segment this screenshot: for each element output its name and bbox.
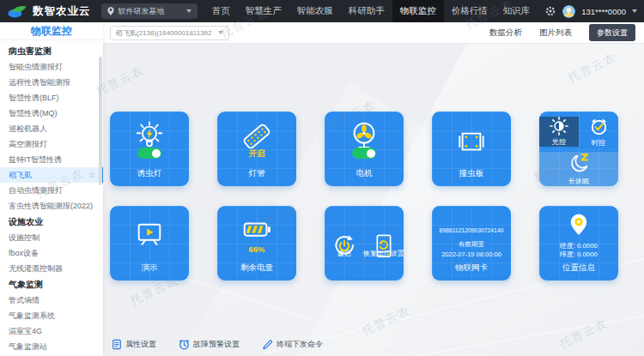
tile-iot-card[interactable]: 89861121209030724140 有效期至 2022-07-19 08:… [432, 206, 511, 281]
mode-label: 时控 [592, 138, 605, 148]
sidebar-item-tube-soil-moisture[interactable]: 管式墒情 [0, 293, 103, 308]
restart-label: 重启 [337, 249, 351, 258]
dashboard-content: 诱虫灯 [103, 44, 644, 356]
base-selector[interactable]: 软件研发基地 [101, 3, 197, 19]
chevron-down-icon [218, 31, 223, 34]
mode-label: 光控 [552, 137, 566, 147]
tile-lure-lamp[interactable]: 诱虫灯 [110, 112, 189, 186]
footer-action-label: 终端下发命令 [276, 339, 323, 350]
factory-reset-label: 恢复出厂设置 [363, 249, 404, 258]
footer-action-label: 故障预警设置 [193, 339, 240, 350]
mode-long-sleep[interactable]: 长休眠 [539, 152, 618, 186]
sidebar-item-smart-lure-mq[interactable]: 智慧性诱(MQ) [0, 106, 103, 121]
alarm-icon [179, 339, 190, 350]
nav-item-agri-service[interactable]: 智能农服 [289, 0, 341, 22]
command-pencil-icon [262, 339, 273, 350]
mode-time-control[interactable]: 时控 [579, 117, 618, 148]
presentation-play-icon [133, 218, 166, 252]
sidebar-item-high-altitude-lamp[interactable]: 高空测报灯 [0, 136, 103, 152]
lure-lamp-toggle[interactable] [137, 148, 161, 159]
nav-item-home[interactable]: 首页 [204, 0, 238, 22]
settings-gear-icon[interactable] [544, 5, 556, 17]
latitude-value: 纬度: 0.0000 [560, 250, 598, 259]
user-menu-chevron-icon[interactable] [632, 9, 637, 13]
clipboard-icon [112, 339, 122, 350]
fault-alert-settings-action[interactable]: 故障预警设置 [179, 339, 240, 350]
tile-battery[interactable]: 66% 剩余电量 [217, 206, 296, 281]
tile-lamp-tube[interactable]: 开启 灯管 [217, 112, 296, 186]
footer-actions: 属性设置 故障预警设置 终端下发命令 [112, 339, 323, 350]
sidebar-item-patrol-robot[interactable]: 巡检机器人 [0, 121, 103, 136]
tile-label: 物联网卡 [432, 262, 511, 274]
sidebar-group-facility-agriculture: 设施农业 [0, 214, 103, 230]
star-icon[interactable] [88, 167, 96, 183]
footer-action-label: 属性设置 [125, 339, 156, 350]
attribute-settings-action[interactable]: 属性设置 [112, 339, 156, 350]
sidebar-item-lure-report-2022[interactable]: 害虫性诱智能测报(2022) [0, 198, 103, 214]
tube-status: 开启 [217, 148, 296, 160]
tile-location[interactable]: 经度: 0.0000 纬度: 0.0000 位置信息 [539, 206, 618, 281]
motor-toggle[interactable] [352, 148, 376, 159]
top-navbar: 数智农业云 软件研发基地 首页 智慧生产 智能农服 科研助手 物联监控 价格行情… [0, 0, 644, 22]
data-analysis-button[interactable]: 数据分析 [489, 27, 522, 39]
sidebar-item-greenhouse-4g[interactable]: 温室宝4G [0, 323, 103, 339]
sidebar: 物联监控 病虫害监测 智能虫情测报灯 远程性诱智能测报 智慧性诱(BLF) 智慧… [0, 22, 103, 356]
tile-label: 演示 [110, 262, 189, 274]
mode-light-control[interactable]: 光控 [539, 117, 579, 147]
toolbar-actions: 数据分析 图片列表 参数设置 [489, 24, 635, 41]
avatar[interactable] [562, 5, 575, 18]
tile-label: 电机 [325, 168, 404, 179]
tile-control-modes: 光控 时控 [539, 112, 618, 186]
tile-demo[interactable]: 演示 [110, 206, 189, 281]
sidebar-title: 物联监控 [0, 22, 103, 40]
user-phone[interactable]: 131****0000 [581, 7, 626, 16]
nav-item-iot-monitoring[interactable]: 物联监控 [392, 0, 444, 22]
sidebar-group-pest-monitoring: 病虫害监测 [0, 43, 103, 59]
main-nav: 首页 智慧生产 智能农服 科研助手 物联监控 价格行情 知识库 [204, 0, 538, 22]
terminal-command-action[interactable]: 终端下发命令 [262, 339, 323, 350]
sidebar-item-fbox-device[interactable]: fbox设备 [0, 245, 103, 261]
base-selector-label: 软件研发基地 [118, 6, 182, 17]
param-settings-button[interactable]: 参数设置 [589, 24, 635, 41]
sidebar-item-smart-insect-lamp[interactable]: 智能虫情测报灯 [0, 59, 103, 75]
sidebar-item-rice-planthopper[interactable]: 稻飞虱 [0, 167, 103, 183]
sidebar-item-facility-control[interactable]: 设施控制 [0, 230, 103, 245]
sidebar-group-weather-monitoring: 气象监测 [0, 276, 103, 293]
image-list-button[interactable]: 图片列表 [539, 27, 572, 39]
location-coordinates: 经度: 0.0000 纬度: 0.0000 [560, 242, 598, 259]
sidebar-item-smart-lure-blf[interactable]: 智慧性诱(BLF) [0, 90, 103, 106]
battery-value: 66% [217, 244, 296, 254]
nav-item-knowledge-base[interactable]: 知识库 [495, 0, 538, 22]
tile-strike-board[interactable]: 撞虫板 [432, 112, 511, 186]
sidebar-item-wireless-irrigation[interactable]: 无线灌溉控制器 [0, 261, 103, 276]
tile-power-actions: 重启 恢复出厂设置 [325, 206, 404, 281]
device-select[interactable]: 稻飞虱(2136)(16400001811392 [110, 26, 229, 40]
battery-icon [240, 214, 273, 248]
iot-card-iccid: 89861121209030724140 [432, 227, 511, 233]
sidebar-item-remote-lure-report[interactable]: 远程性诱智能测报 [0, 75, 103, 90]
board-icon [455, 125, 488, 160]
sidebar-scrollbar[interactable] [99, 57, 102, 185]
sidebar-item-weather-station[interactable]: 气象监测站 [0, 339, 103, 354]
tile-label: 灯管 [217, 168, 296, 179]
iot-card-valid-until: 2022-07-19 08:00:00 [441, 250, 501, 258]
tile-label: 位置信息 [539, 262, 618, 274]
sidebar-item-weather-system[interactable]: 气象监测系统 [0, 308, 103, 323]
nav-item-research-assistant[interactable]: 科研助手 [341, 0, 392, 22]
sidebar-item-label: 稻飞虱 [9, 167, 32, 183]
brand-logo-icon [7, 4, 27, 18]
chevron-down-icon [186, 9, 191, 13]
sidebar-item-auto-insect-lamp[interactable]: 自动虫情测报灯 [0, 183, 103, 198]
device-select-value: 稻飞虱(2136)(16400001811392 [116, 28, 211, 38]
nav-item-price-quotes[interactable]: 价格行情 [444, 0, 495, 22]
content-toolbar: 稻飞虱(2136)(16400001811392 数据分析 图片列表 参数设置 [103, 22, 644, 44]
restart-action[interactable]: 重启 [325, 221, 364, 265]
iot-card-valid-label: 有效期至 [459, 240, 484, 249]
longitude-value: 经度: 0.0000 [560, 242, 598, 250]
factory-reset-action[interactable]: 恢复出厂设置 [364, 221, 404, 265]
moon-sleep-icon [568, 152, 591, 175]
tile-motor[interactable]: 电机 [325, 112, 404, 186]
sidebar-item-yite-it-lure[interactable]: 益特IT智慧性诱 [0, 152, 103, 167]
mode-label: 长休眠 [568, 177, 589, 186]
nav-item-smart-production[interactable]: 智慧生产 [238, 0, 289, 22]
